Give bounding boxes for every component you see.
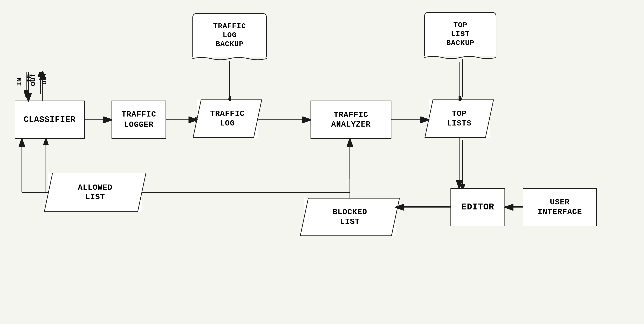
in-text: IN [15,78,24,86]
out-text: OUT [29,74,38,86]
